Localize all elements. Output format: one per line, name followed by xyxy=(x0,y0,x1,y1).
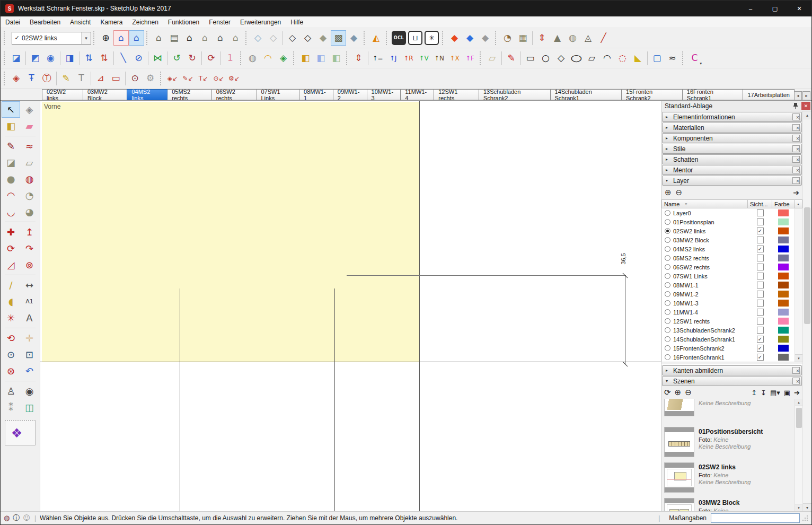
look-around-tool[interactable]: ◉ xyxy=(20,383,39,399)
text-circle-icon[interactable]: Ⓣ xyxy=(39,71,55,86)
tray-section-schatten[interactable]: ▸Schatten× xyxy=(662,154,802,164)
zoom-tool[interactable]: ⊙ xyxy=(2,346,20,363)
layer-current-radio[interactable] xyxy=(665,246,670,252)
view-back-icon[interactable]: ⌂ xyxy=(213,30,228,46)
close-section-button[interactable]: × xyxy=(792,177,800,184)
remove-scene-button[interactable]: ⊖ xyxy=(685,388,692,397)
layer-visible-checkbox[interactable] xyxy=(757,318,764,325)
previous-view-tool[interactable]: ↶ xyxy=(20,363,39,379)
menu-ansicht[interactable]: Ansicht xyxy=(65,16,95,28)
move-scene-down-button[interactable]: ↧ xyxy=(761,389,766,397)
close-section-button[interactable]: × xyxy=(792,367,800,374)
raise-v-icon[interactable]: ↑V xyxy=(416,50,431,66)
face-parallelogram-icon[interactable]: ▱ xyxy=(584,50,599,66)
layer-visible-checkbox[interactable] xyxy=(757,327,764,334)
section-plane-tool[interactable]: ◫ xyxy=(20,399,39,416)
raise-r-icon[interactable]: ↑R xyxy=(401,50,416,66)
monochrome-mode-icon[interactable]: ◆ xyxy=(346,30,361,46)
pie-segment-tool[interactable]: ◕ xyxy=(20,204,39,220)
close-section-button[interactable]: × xyxy=(792,378,800,384)
zoom-extents-tool[interactable]: ⊛ xyxy=(2,363,20,379)
scene-tab-12sw1-rechts[interactable]: 12SW1 rechts xyxy=(434,89,479,100)
raise-equal-icon[interactable]: ↑= xyxy=(370,50,385,66)
rock-icon[interactable]: ◍ xyxy=(245,50,260,66)
layer-color-swatch[interactable] xyxy=(778,327,789,334)
scene-tab-07sw1-links[interactable]: 07SW1 Links xyxy=(257,89,300,100)
menu-funktionen[interactable]: Funktionen xyxy=(163,16,204,28)
text-gear-icon[interactable]: ⚙ xyxy=(143,71,158,86)
tray-close-button[interactable]: ✕ xyxy=(801,102,810,110)
label-tag-small-icon[interactable]: ⊿ xyxy=(93,71,108,86)
layer-color-swatch[interactable] xyxy=(778,218,789,225)
pin-icon[interactable] xyxy=(792,102,799,110)
scene-tab-09mw1-2[interactable]: 09MW1-2 xyxy=(333,89,367,100)
menu-datei[interactable]: Datei xyxy=(1,16,25,28)
text-diamond-arrow-icon[interactable]: ◈↙ xyxy=(165,71,180,86)
scene-selector-dropdown[interactable]: ✓ 02SW2 links ▾ xyxy=(12,32,91,45)
layer-visible-checkbox[interactable] xyxy=(757,237,764,243)
layer-color-swatch[interactable] xyxy=(778,228,789,234)
squiggle-icon[interactable]: ≈ xyxy=(665,50,680,66)
page-badge-icon[interactable]: ◉ xyxy=(43,50,58,66)
arc-arrow-green-icon[interactable]: ↺ xyxy=(169,50,184,66)
face-ellipse-icon[interactable]: ○ xyxy=(569,50,584,66)
scene-tab-04ms2-links[interactable]: 04MS2 links xyxy=(127,89,167,100)
layer-visible-checkbox[interactable] xyxy=(757,309,764,316)
layer-visible-checkbox[interactable] xyxy=(757,300,764,307)
polygon-tool[interactable]: ◍ xyxy=(20,171,39,187)
line-tool[interactable]: ✎ xyxy=(2,138,20,154)
circle-tool[interactable]: ● xyxy=(2,171,20,187)
layer-row-07sw1-links[interactable]: 07SW1 Links xyxy=(662,272,795,281)
scene-list-item-02sw2-links[interactable]: 02SW2 linksFoto: KeineKeine Beschreibung xyxy=(661,460,795,495)
close-section-button[interactable]: × xyxy=(792,167,800,173)
close-section-button[interactable]: × xyxy=(792,156,800,163)
orbit-tool[interactable]: ⟲ xyxy=(2,330,20,346)
raise-n-icon[interactable]: ↑N xyxy=(431,50,447,66)
move-scene-up-button[interactable]: ↥ xyxy=(751,389,757,397)
face-polygon-icon[interactable]: ◇ xyxy=(553,50,569,66)
layer-color-swatch[interactable] xyxy=(778,273,789,279)
layer-color-swatch[interactable] xyxy=(778,246,789,252)
push-pull-tool[interactable]: ↥ xyxy=(20,224,39,240)
view-iso-icon[interactable]: ⌂ xyxy=(151,30,166,46)
pie-tool[interactable]: ◔ xyxy=(20,187,39,204)
layer-row-02sw2-links[interactable]: 02SW2 links✓ xyxy=(662,226,795,235)
tray-scroll-up-icon[interactable]: ▴ xyxy=(803,111,811,119)
layer-scroll-down-icon[interactable]: ▾ xyxy=(795,354,802,362)
text-zoom-icon[interactable]: ⊙ xyxy=(127,71,143,86)
face-cone-icon[interactable]: ◣ xyxy=(630,50,646,66)
freehand-tool[interactable]: ≈ xyxy=(20,138,39,154)
shaded-mode-icon[interactable]: ◆ xyxy=(315,30,331,46)
minimize-button[interactable]: – xyxy=(738,1,763,16)
scene-menu-button[interactable]: ➔ xyxy=(794,389,800,397)
layer-color-swatch[interactable] xyxy=(778,255,789,261)
menu-zeichnen[interactable]: Zeichnen xyxy=(127,16,163,28)
tray-section-szenen[interactable]: ▾ Szenen × xyxy=(662,376,802,386)
layer-current-radio[interactable] xyxy=(665,219,670,225)
add-detail-icon[interactable]: ◬ xyxy=(580,30,596,46)
layer-current-radio[interactable] xyxy=(665,228,670,234)
add-layer-button[interactable]: ⊕ xyxy=(665,188,672,197)
layer-visible-checkbox[interactable]: ✓ xyxy=(757,354,764,361)
stamp-icon[interactable]: ▲ xyxy=(550,30,565,46)
layer-visible-checkbox[interactable] xyxy=(757,282,764,288)
layer-current-radio[interactable] xyxy=(665,210,670,216)
face-rectangle-icon[interactable]: ▭ xyxy=(523,50,538,66)
scene-scroll-down-icon[interactable]: ▾ xyxy=(795,504,802,511)
layer-visible-checkbox[interactable]: ✓ xyxy=(757,228,764,234)
close-section-button[interactable]: × xyxy=(792,113,800,120)
scene-tab-06sw2-rechts[interactable]: 06SW2 rechts xyxy=(211,89,257,100)
menu-erweiterungen[interactable]: Erweiterungen xyxy=(235,16,286,28)
layer-visible-checkbox[interactable]: ✓ xyxy=(757,246,764,252)
layer-row-08mw1-1[interactable]: 08MW1-1 xyxy=(662,281,795,290)
camera-compass-icon[interactable]: ⊕ xyxy=(98,30,113,46)
protractor-tool[interactable]: ◖ xyxy=(2,293,20,310)
select-tool[interactable]: ↖ xyxy=(2,101,20,118)
column-header-visible[interactable]: Sicht... xyxy=(748,199,772,208)
panel-divider[interactable] xyxy=(661,362,802,365)
back-edges-mode-icon[interactable]: ◇ xyxy=(266,30,281,46)
face-arc-icon[interactable]: ◠ xyxy=(599,50,615,66)
rectangle-tool[interactable]: ◪ xyxy=(2,154,20,171)
layer-row-13schubladenschrank2[interactable]: 13SchubladenSchrank2 xyxy=(662,326,795,335)
layer-color-swatch[interactable] xyxy=(778,282,789,288)
